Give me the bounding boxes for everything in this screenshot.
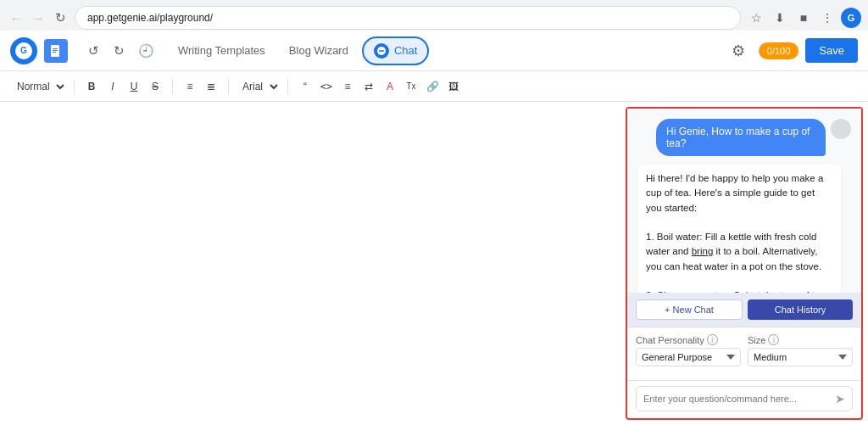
doc-icon-button[interactable] bbox=[44, 39, 68, 63]
formatting-toolbar: Normal B I U S ≡ ≣ Arial “ <> ≡ ⇄ A Tx 🔗… bbox=[0, 71, 868, 102]
font-select[interactable]: Arial bbox=[236, 78, 281, 95]
code-button[interactable]: <> bbox=[316, 76, 337, 97]
quote-button[interactable]: “ bbox=[295, 76, 315, 97]
image-button[interactable]: 🖼 bbox=[443, 76, 464, 97]
settings-button[interactable]: ⚙ bbox=[725, 37, 752, 64]
personality-group: Chat Personality i General Purpose Creat… bbox=[636, 334, 741, 366]
app-container: G ↺ ↻ 🕘 Writing Templates Blog Wizard bbox=[0, 31, 868, 425]
bot-message: Hi there! I'd be happy to help you make … bbox=[637, 165, 851, 293]
separator-3 bbox=[228, 79, 229, 94]
doc-svg bbox=[49, 44, 63, 58]
undo-button[interactable]: ↺ bbox=[81, 39, 105, 63]
text-style-select[interactable]: Normal bbox=[10, 78, 67, 95]
strikethrough-button[interactable]: S bbox=[145, 76, 165, 97]
list-format-group: ≡ ≣ bbox=[180, 76, 221, 97]
chat-input-area: ➤ bbox=[627, 380, 861, 418]
size-label: Size i bbox=[748, 334, 853, 345]
color-button[interactable]: A bbox=[380, 76, 400, 97]
underline-button[interactable]: U bbox=[124, 76, 144, 97]
new-chat-button[interactable]: + New Chat bbox=[636, 299, 743, 320]
bold-button[interactable]: B bbox=[81, 76, 102, 97]
align-right-button[interactable]: ⇄ bbox=[359, 76, 379, 97]
bot-message-bubble: Hi there! I'd be happy to help you make … bbox=[637, 165, 841, 293]
svg-rect-1 bbox=[53, 48, 58, 49]
bookmark-button[interactable]: ☆ bbox=[746, 8, 766, 28]
svg-point-6 bbox=[381, 50, 382, 52]
separator-4 bbox=[287, 79, 288, 94]
personality-label: Chat Personality i bbox=[636, 334, 741, 345]
unordered-list-button[interactable]: ≣ bbox=[201, 76, 221, 97]
chat-tab[interactable]: Chat bbox=[362, 36, 429, 65]
address-bar[interactable]: app.getgenie.ai/playground/ bbox=[75, 6, 741, 30]
download-button[interactable]: ⬇ bbox=[770, 8, 790, 28]
chat-panel: Hi Genie, How to make a cup of tea? Hi t… bbox=[626, 107, 863, 420]
bot-message-text: Hi there! I'd be happy to help you make … bbox=[646, 173, 828, 293]
svg-point-5 bbox=[379, 50, 381, 52]
italic-button[interactable]: I bbox=[103, 76, 123, 97]
size-group: Size i Small Medium Large bbox=[748, 334, 853, 366]
insert-format-group: “ <> ≡ ⇄ A Tx 🔗 🖼 bbox=[295, 76, 464, 97]
main-content: Hi Genie, How to make a cup of tea? Hi t… bbox=[0, 102, 868, 425]
chat-settings: Chat Personality i General Purpose Creat… bbox=[627, 327, 861, 380]
logo-inner: G bbox=[15, 42, 32, 59]
extension-button[interactable]: ■ bbox=[793, 8, 814, 28]
chat-icon-svg bbox=[376, 46, 387, 56]
chat-bottom-bar: + New Chat Chat History bbox=[627, 293, 861, 327]
clear-format-button[interactable]: Tx bbox=[401, 76, 421, 97]
text-format-group: B I U S bbox=[81, 76, 165, 97]
align-left-button[interactable]: ≡ bbox=[337, 76, 358, 97]
writing-templates-tab[interactable]: Writing Templates bbox=[168, 39, 275, 62]
editor-area[interactable] bbox=[0, 102, 626, 425]
undo-redo-group: ↺ ↻ bbox=[81, 39, 131, 63]
app-header: G ↺ ↻ 🕘 Writing Templates Blog Wizard bbox=[0, 31, 868, 71]
user-avatar: G bbox=[841, 8, 861, 28]
user-avatar-chat bbox=[831, 119, 851, 139]
header-right: ⚙ 0/100 Save bbox=[725, 37, 858, 64]
user-message-bubble: Hi Genie, How to make a cup of tea? bbox=[656, 119, 826, 156]
app-logo: G bbox=[10, 37, 37, 64]
save-button[interactable]: Save bbox=[805, 38, 858, 63]
separator-2 bbox=[172, 79, 173, 94]
svg-rect-2 bbox=[53, 50, 58, 51]
forward-button[interactable]: → bbox=[29, 8, 47, 27]
svg-rect-3 bbox=[53, 52, 56, 53]
back-button[interactable]: ← bbox=[7, 8, 25, 27]
url-text: app.getgenie.ai/playground/ bbox=[87, 12, 728, 24]
chat-input[interactable] bbox=[643, 394, 835, 404]
blog-wizard-tab[interactable]: Blog Wizard bbox=[279, 39, 359, 62]
nav-buttons: ← → ↻ bbox=[7, 8, 70, 27]
separator-1 bbox=[74, 79, 75, 94]
send-icon[interactable]: ➤ bbox=[835, 392, 845, 405]
chat-settings-row: Chat Personality i General Purpose Creat… bbox=[636, 334, 853, 366]
nav-tabs: Writing Templates Blog Wizard Chat bbox=[168, 36, 429, 65]
menu-button[interactable]: ⋮ bbox=[817, 8, 837, 28]
personality-select[interactable]: General Purpose Creative Professional bbox=[636, 348, 741, 366]
size-select[interactable]: Small Medium Large bbox=[748, 348, 853, 366]
chat-messages[interactable]: Hi Genie, How to make a cup of tea? Hi t… bbox=[627, 109, 861, 293]
history-button[interactable]: 🕘 bbox=[134, 39, 158, 63]
ordered-list-button[interactable]: ≡ bbox=[180, 76, 200, 97]
user-message: Hi Genie, How to make a cup of tea? bbox=[637, 119, 851, 156]
link-button[interactable]: 🔗 bbox=[422, 76, 442, 97]
chat-input-wrapper: ➤ bbox=[636, 386, 853, 411]
tokens-badge: 0/100 bbox=[759, 42, 799, 59]
refresh-button[interactable]: ↻ bbox=[51, 8, 70, 27]
chat-tab-icon bbox=[374, 43, 389, 59]
chat-tab-label: Chat bbox=[394, 44, 417, 57]
browser-chrome: ← → ↻ app.getgenie.ai/playground/ ☆ ⬇ ■ … bbox=[0, 0, 868, 31]
svg-point-7 bbox=[382, 50, 384, 52]
personality-info-icon[interactable]: i bbox=[707, 334, 718, 345]
browser-actions: ☆ ⬇ ■ ⋮ G bbox=[746, 8, 861, 28]
chat-history-button[interactable]: Chat History bbox=[748, 299, 853, 320]
redo-button[interactable]: ↻ bbox=[107, 39, 131, 63]
size-info-icon[interactable]: i bbox=[768, 334, 779, 345]
